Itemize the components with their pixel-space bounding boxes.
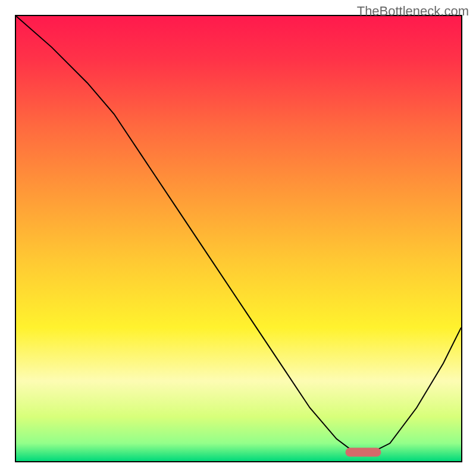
bottleneck-marker bbox=[346, 448, 381, 457]
chart-background bbox=[16, 16, 461, 461]
chart-svg bbox=[16, 16, 461, 461]
chart-plot-area bbox=[15, 15, 462, 462]
watermark-label: TheBottleneck.com bbox=[357, 4, 469, 19]
